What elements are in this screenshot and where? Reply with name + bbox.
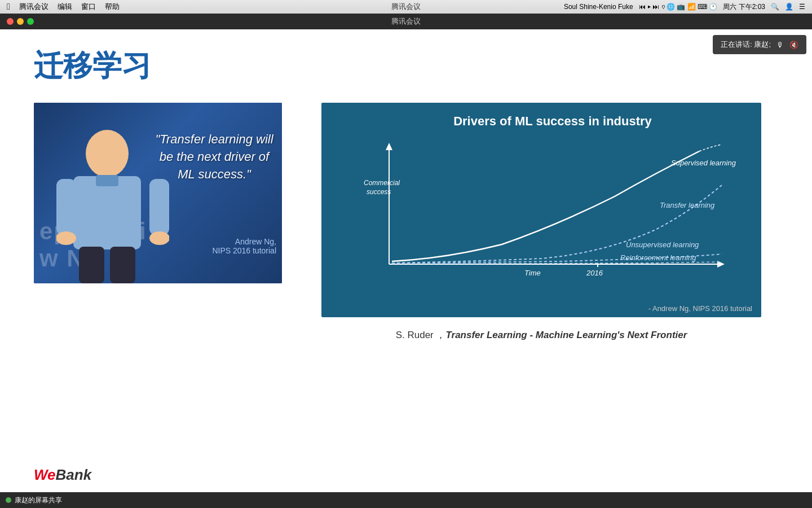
- svg-point-0: [86, 130, 129, 177]
- menu-edit[interactable]: 编辑: [58, 2, 72, 12]
- svg-text:Reinforcement learning: Reinforcement learning: [620, 253, 696, 262]
- search-icon[interactable]: 🔍: [771, 3, 779, 11]
- screen-share-indicator: 康赵的屏幕共享: [6, 496, 62, 505]
- minimize-button[interactable]: [17, 18, 24, 25]
- menu-icons: ⏮ ▶ ⏭ ♡ 🌐 📺 📶 ⌨ 🕐: [639, 3, 718, 11]
- footer: We Bank: [0, 461, 812, 492]
- menu-bar:  腾讯会议 编辑 窗口 帮助 腾讯会议 Soul Shine-Kenio Fu…: [0, 0, 812, 14]
- menu-window[interactable]: 窗口: [81, 2, 96, 12]
- photo-container: ep learniw Ng: [34, 103, 282, 283]
- svg-marker-11: [386, 143, 392, 150]
- svg-text:Unsupervised learning: Unsupervised learning: [626, 240, 699, 249]
- menu-right: Soul Shine-Kenio Fuke ⏮ ▶ ⏭ ♡ 🌐 📺 📶 ⌨ 🕐 …: [564, 2, 805, 12]
- slide-body: ep learniw Ng: [34, 103, 778, 449]
- slide-title: 迁移学习: [34, 46, 778, 86]
- svg-rect-8: [96, 175, 118, 186]
- close-button[interactable]: [7, 18, 14, 25]
- chart-internal-caption: - Andrew Ng, NIPS 2016 tutorial: [648, 304, 752, 313]
- svg-text:Transfer learning: Transfer learning: [660, 201, 715, 209]
- traffic-lights: [7, 18, 34, 25]
- apple-menu[interactable]: : [7, 2, 10, 12]
- svg-rect-7: [110, 247, 135, 283]
- svg-rect-2: [56, 179, 76, 235]
- chart-wrapper: Drivers of ML success in industry Commer…: [321, 103, 761, 317]
- maximize-button[interactable]: [27, 18, 34, 25]
- svg-rect-6: [79, 247, 104, 283]
- mic-mute-icon[interactable]: 🔇: [789, 41, 798, 49]
- svg-point-5: [149, 231, 169, 245]
- app-name[interactable]: 腾讯会议: [19, 2, 48, 12]
- photo-bg: ep learniw Ng: [34, 103, 282, 283]
- svg-text:Time: Time: [524, 269, 541, 277]
- menu-list-icon[interactable]: ☰: [799, 3, 805, 11]
- user-avatar[interactable]: 👤: [785, 3, 793, 11]
- content-area: 正在讲话: 康赵; 🎙 🔇 迁移学习 ep learniw Ng: [0, 29, 812, 492]
- screen-share-label: 康赵的屏幕共享: [15, 496, 62, 505]
- title-bar: 腾讯会议: [0, 14, 812, 29]
- menu-left:  腾讯会议 编辑 窗口 帮助: [7, 2, 120, 12]
- speaking-indicator: 正在讲话: 康赵; 🎙 🔇: [713, 35, 806, 54]
- speaking-label: 正在讲话: 康赵;: [721, 40, 771, 50]
- svg-rect-3: [149, 179, 169, 235]
- svg-text:Commercial: Commercial: [364, 179, 400, 187]
- chart-svg: Commercial success Time 2016 Supervised …: [361, 134, 744, 292]
- citation: S. Ruder ，Transfer Learning - Machine Le…: [321, 329, 761, 341]
- photo-quote: "Transfer learning will be the next driv…: [152, 131, 276, 183]
- slide: 迁移学习 ep learniw Ng: [0, 29, 812, 461]
- webank-bank: Bank: [56, 466, 92, 484]
- menu-center-title: 腾讯会议: [391, 2, 421, 12]
- menu-time: 周六 下午2:03: [723, 2, 765, 12]
- taskbar: 康赵的屏幕共享: [0, 492, 812, 508]
- svg-text:success: success: [367, 188, 391, 196]
- chart-title: Drivers of ML success in industry: [361, 114, 744, 129]
- svg-rect-1: [73, 176, 141, 249]
- svg-text:Supervised learning: Supervised learning: [671, 159, 736, 167]
- chart-container: Drivers of ML success in industry Commer…: [304, 103, 778, 341]
- user-name: Soul Shine-Kenio Fuke: [564, 3, 633, 11]
- webank-we: We: [34, 466, 56, 484]
- mic-icon: 🎙: [776, 41, 784, 49]
- green-dot: [6, 497, 11, 503]
- photo-author: Andrew Ng, NIPS 2016 tutorial: [212, 237, 276, 255]
- window-title: 腾讯会议: [391, 16, 421, 27]
- svg-text:2016: 2016: [586, 269, 603, 277]
- svg-point-4: [56, 231, 76, 245]
- webank-logo: We Bank: [34, 466, 91, 484]
- menu-help[interactable]: 帮助: [105, 2, 120, 12]
